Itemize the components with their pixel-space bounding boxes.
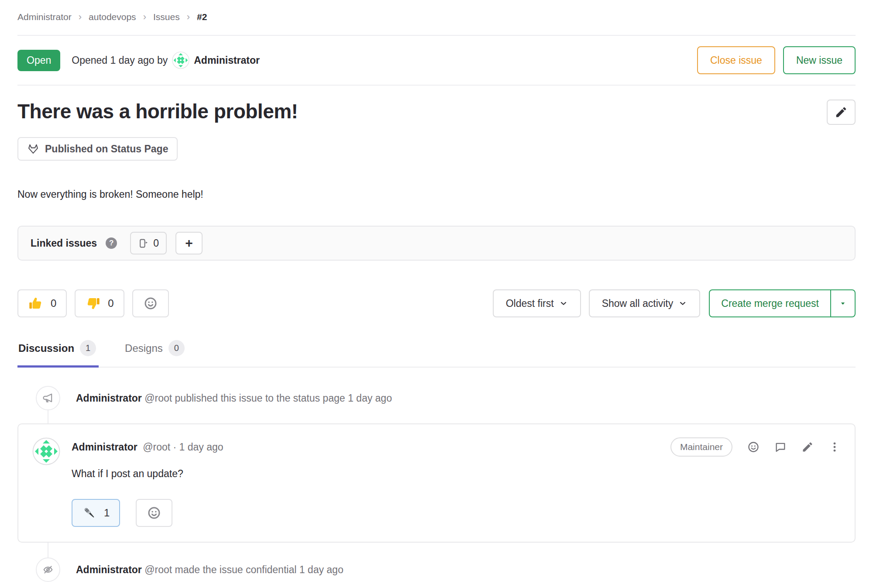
activity-tabs: Discussion 1 Designs 0 <box>17 340 856 368</box>
breadcrumb: Administrator › autodevops › Issues › #2 <box>17 0 856 23</box>
tab-discussion-count: 1 <box>80 340 96 356</box>
more-actions-button[interactable] <box>828 441 841 453</box>
avatar[interactable] <box>172 52 189 69</box>
actions-row: 0 0 Oldest first Show al <box>17 289 856 317</box>
role-badge: Maintainer <box>670 437 732 457</box>
issue-description: Now everything is broken! Someone help! <box>17 189 856 200</box>
breadcrumb-issue-number: #2 <box>197 12 207 22</box>
tab-designs-label: Designs <box>125 342 163 354</box>
tab-designs[interactable]: Designs 0 <box>124 340 187 367</box>
megaphone-icon <box>42 392 54 404</box>
system-note-confidential: Administrator @root made the issue confi… <box>17 557 856 582</box>
smiley-icon <box>144 296 158 310</box>
edit-comment-button[interactable] <box>801 441 814 453</box>
close-issue-button[interactable]: Close issue <box>697 46 775 74</box>
mic-award-button[interactable]: 1 <box>72 499 120 527</box>
comment-header: Administrator @root · 1 day ago Maintain… <box>72 437 841 457</box>
microphone-emoji <box>82 505 97 520</box>
add-reaction-button[interactable] <box>132 289 169 317</box>
kebab-menu-icon <box>828 441 841 453</box>
add-reaction-comment-button[interactable] <box>747 441 760 453</box>
issue-document-icon <box>138 238 149 249</box>
linked-issues-count-chip[interactable]: 0 <box>130 232 167 254</box>
chevron-right-icon: › <box>187 11 190 23</box>
sort-label: Oldest first <box>506 298 554 309</box>
sort-dropdown[interactable]: Oldest first <box>493 289 581 317</box>
edit-title-button[interactable] <box>827 100 856 125</box>
breadcrumb-autodevops[interactable]: autodevops <box>89 12 136 22</box>
new-issue-button[interactable]: New issue <box>783 46 856 74</box>
note-body: @root published this issue to the status… <box>144 392 392 404</box>
mic-award-count: 1 <box>104 507 110 519</box>
title-row: There was a horrible problem! <box>17 100 856 125</box>
smiley-icon <box>147 506 161 520</box>
thumbs-up-count: 0 <box>51 297 56 309</box>
linked-issues-title: Linked issues <box>31 237 97 249</box>
breadcrumb-issues[interactable]: Issues <box>153 12 180 22</box>
tab-discussion-label: Discussion <box>18 342 74 354</box>
opened-meta: Opened 1 day ago by Administrator <box>72 52 260 69</box>
thumbs-up-button[interactable]: 0 <box>17 289 67 317</box>
create-merge-request-caret[interactable] <box>830 290 855 316</box>
system-note-published: Administrator @root published this issue… <box>17 386 856 410</box>
pencil-icon <box>801 441 814 453</box>
avatar[interactable] <box>32 437 60 465</box>
note-body: @root made the issue confidential 1 day … <box>144 564 344 575</box>
tab-designs-count: 0 <box>168 340 185 356</box>
comment-meta-text: @root · 1 day ago <box>143 441 223 453</box>
issue-status-bar: Open Opened 1 day ago by Administrator C… <box>17 36 856 85</box>
thumbs-down-button[interactable]: 0 <box>75 289 124 317</box>
tanuki-icon <box>27 143 39 155</box>
comment-main: Administrator @root · 1 day ago Maintain… <box>72 437 841 527</box>
linked-issues-widget: Linked issues ? 0 + <box>17 226 856 261</box>
published-status-page-badge: Published on Status Page <box>17 137 178 161</box>
add-linked-issue-button[interactable]: + <box>175 232 203 254</box>
issue-page: Administrator › autodevops › Issues › #2… <box>0 0 873 588</box>
pencil-icon <box>835 106 848 119</box>
tab-discussion[interactable]: Discussion 1 <box>17 340 99 367</box>
caret-down-icon <box>839 299 847 308</box>
note-author[interactable]: Administrator <box>76 564 142 575</box>
chevron-right-icon: › <box>143 11 146 23</box>
thumbs-down-count: 0 <box>108 297 113 309</box>
page-title: There was a horrible problem! <box>17 100 827 123</box>
discussion-timeline: Administrator @root published this issue… <box>17 386 856 582</box>
status-badge: Open <box>17 50 60 71</box>
add-reaction-award-button[interactable] <box>136 499 172 527</box>
chevron-right-icon: › <box>79 11 82 23</box>
activity-filter-dropdown[interactable]: Show all activity <box>589 289 701 317</box>
comment-bubble-icon <box>774 441 787 453</box>
opened-text: Opened 1 day ago by <box>72 55 168 66</box>
reply-in-thread-button[interactable] <box>774 441 787 453</box>
thumbs-down-emoji <box>85 296 101 311</box>
comment-awards: 1 <box>72 499 841 527</box>
smiley-icon <box>747 441 760 453</box>
create-merge-request-split-button: Create merge request <box>709 289 856 317</box>
question-circle-icon[interactable]: ? <box>106 237 117 249</box>
comment-author[interactable]: Administrator <box>72 441 137 453</box>
chevron-down-icon <box>678 299 687 308</box>
eye-slash-icon <box>42 564 54 576</box>
thumbs-up-emoji <box>28 296 44 311</box>
comment-card: Administrator @root · 1 day ago Maintain… <box>17 423 856 543</box>
linked-issues-count: 0 <box>153 237 159 249</box>
divider <box>17 85 856 86</box>
comment-actions: Maintainer <box>670 437 841 457</box>
chevron-down-icon <box>559 299 568 308</box>
note-author[interactable]: Administrator <box>76 392 142 404</box>
published-status-page-label: Published on Status Page <box>45 143 168 155</box>
create-merge-request-button[interactable]: Create merge request <box>710 290 830 316</box>
activity-filter-label: Show all activity <box>602 298 674 309</box>
opened-author[interactable]: Administrator <box>194 55 260 66</box>
breadcrumb-administrator[interactable]: Administrator <box>17 12 72 22</box>
comment-body: What if I post an update? <box>72 468 841 480</box>
